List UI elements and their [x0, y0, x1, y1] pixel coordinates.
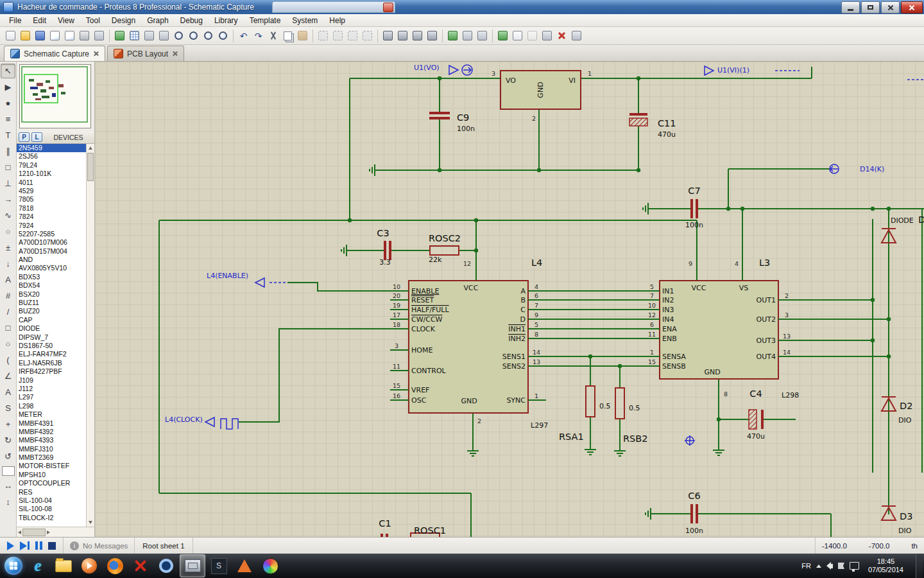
new-design-button[interactable] [3, 28, 18, 43]
menu-item[interactable]: Library [209, 15, 244, 26]
save-design-button[interactable] [33, 28, 47, 43]
block-delete-button[interactable] [360, 28, 375, 43]
voltage-probe-mode-icon[interactable]: ↓ [1, 256, 15, 271]
print-button[interactable] [77, 28, 92, 43]
device-list-item[interactable]: L297 [17, 393, 86, 401]
tape-recorder-mode-icon[interactable]: ○ [1, 224, 15, 239]
block-move-button[interactable] [330, 28, 345, 43]
make-device-button[interactable] [395, 28, 410, 43]
capacitor-c11[interactable]: C11 470u [629, 114, 676, 139]
cut-button[interactable] [266, 28, 280, 43]
rotate-clockwise-icon[interactable]: ↻ [1, 433, 15, 448]
wire-label-mode-icon[interactable]: ≡ [1, 112, 15, 127]
tab-close-icon[interactable] [172, 51, 178, 57]
2d-path-icon[interactable]: ∠ [1, 369, 15, 383]
2d-box-icon[interactable]: □ [1, 320, 15, 335]
device-list-item[interactable]: 2N5459 [17, 144, 86, 152]
schematic-drawing[interactable]: VO VI GND 3 1 2 C9 100n C11 470u [95, 62, 924, 537]
terminals-mode-icon[interactable]: ⊥ [1, 176, 15, 191]
packaging-tool-button[interactable] [410, 28, 425, 43]
device-list-item[interactable]: SIL-100-08 [17, 505, 86, 513]
language-indicator[interactable]: FR [801, 562, 811, 570]
voltage-regulator-u1[interactable]: VO VI GND 3 1 2 [492, 70, 592, 122]
device-list-item[interactable]: METER [17, 410, 86, 419]
step-button[interactable] [20, 541, 30, 550]
taskbar-proteus-icon[interactable] [180, 554, 205, 577]
2d-text-icon[interactable]: A [1, 385, 15, 399]
selection-mode-icon[interactable]: ↖ [1, 64, 15, 78]
device-list-item[interactable]: 1210-101K [17, 170, 86, 178]
start-button[interactable] [2, 554, 25, 577]
scroll-up-icon[interactable] [89, 146, 92, 150]
redo-button[interactable]: ↷ [251, 28, 266, 43]
zoom-out-button[interactable] [186, 28, 201, 43]
text-script-mode-icon[interactable]: T [1, 128, 15, 143]
menu-item[interactable]: System [286, 15, 323, 26]
device-list-item[interactable]: 7805 [17, 195, 86, 204]
block-rotate-button[interactable] [345, 28, 360, 43]
virtual-instruments-mode-icon[interactable]: # [1, 288, 15, 303]
wire-autorouter-button[interactable] [445, 28, 460, 43]
property-assignment-button[interactable] [475, 28, 490, 43]
device-list-item[interactable]: SIL-100-04 [17, 496, 86, 505]
maximize-button[interactable] [861, 1, 880, 13]
close-app-button[interactable] [901, 1, 923, 13]
device-list-item[interactable]: BUZ20 [17, 307, 86, 315]
device-list-item[interactable]: J109 [17, 376, 86, 385]
menu-item[interactable]: Graph [141, 15, 174, 26]
device-list-item[interactable]: 52207-2585 [17, 230, 86, 238]
horizontal-scroll-thumb[interactable] [22, 529, 46, 536]
device-list-item[interactable]: MMBF4392 [17, 428, 86, 436]
vertical-scroll-thumb[interactable] [87, 153, 94, 181]
menu-item[interactable]: Template [244, 15, 287, 26]
device-pins-mode-icon[interactable]: → [1, 192, 15, 207]
device-list-item[interactable]: MMBT2369 [17, 453, 86, 462]
capacitor-c1[interactable]: C1 [379, 518, 391, 537]
taskbar-quicktime-icon[interactable] [154, 555, 178, 577]
diode-d3[interactable]: D3 DIO [882, 506, 912, 535]
redraw-button[interactable] [112, 28, 127, 43]
component-mode-icon[interactable]: ▶ [1, 80, 15, 94]
minimize-button[interactable] [841, 1, 860, 13]
tab-pcb-layout[interactable]: PCB Layout [107, 46, 184, 61]
device-list-item[interactable]: 7824 [17, 213, 86, 221]
taskbar-ie-icon[interactable]: e [26, 555, 50, 577]
device-list-item[interactable]: MOTOR-BISTEF [17, 462, 86, 470]
pick-parts-button[interactable] [381, 28, 395, 43]
device-list-item[interactable]: 4529 [17, 187, 86, 195]
play-button[interactable] [7, 541, 14, 550]
block-copy-button[interactable] [316, 28, 330, 43]
ic-l3-l298[interactable]: L3 L298 VCC VS GND 9 4 8 IN15IN27IN310IN… [646, 258, 799, 399]
new-sheet-button[interactable] [510, 28, 525, 43]
device-list-item[interactable]: L298 [17, 402, 86, 410]
capacitor-c6[interactable]: C6 100n [685, 491, 703, 535]
capacitor-c7[interactable]: C7 100n [685, 186, 703, 229]
background-window-titlebar[interactable] [272, 1, 395, 13]
device-list-item[interactable]: DS1867-50 [17, 342, 86, 350]
2d-line-icon[interactable]: / [1, 304, 15, 319]
diode-d1[interactable]: DIODE D1 [882, 215, 924, 243]
device-list-item[interactable]: DIODE [17, 324, 86, 333]
device-list-item[interactable]: BDX53 [17, 273, 86, 281]
electrical-rule-check-button[interactable] [554, 28, 569, 43]
menu-item[interactable]: Edit [27, 15, 52, 26]
graph-mode-icon[interactable]: ∿ [1, 208, 15, 223]
menu-item[interactable]: View [52, 15, 80, 26]
export-section-button[interactable] [62, 28, 77, 43]
zoom-in-button[interactable] [171, 28, 186, 43]
action-center-icon[interactable] [838, 563, 844, 569]
zoom-all-button[interactable] [201, 28, 216, 43]
device-list-vertical-scrollbar[interactable] [86, 144, 94, 527]
pause-button[interactable] [35, 541, 42, 550]
rotate-anticlockwise-icon[interactable]: ↺ [1, 449, 15, 464]
2d-arc-icon[interactable]: ( [1, 353, 15, 367]
remove-sheet-button[interactable] [525, 28, 540, 43]
resistor-rosc2[interactable]: ROSC2 22k [429, 233, 461, 264]
device-list-item[interactable]: DIPSW_7 [17, 333, 86, 342]
current-probe-mode-icon[interactable]: A [1, 272, 15, 287]
taskbar-color-wheel-icon[interactable] [258, 555, 282, 577]
markers-mode-icon[interactable]: + [1, 417, 15, 432]
device-list-item[interactable]: MMBFJ310 [17, 445, 86, 453]
resistor-rosc1[interactable]: ROSC1 [411, 525, 446, 537]
device-list-item[interactable]: IRFB4227PBF [17, 367, 86, 376]
